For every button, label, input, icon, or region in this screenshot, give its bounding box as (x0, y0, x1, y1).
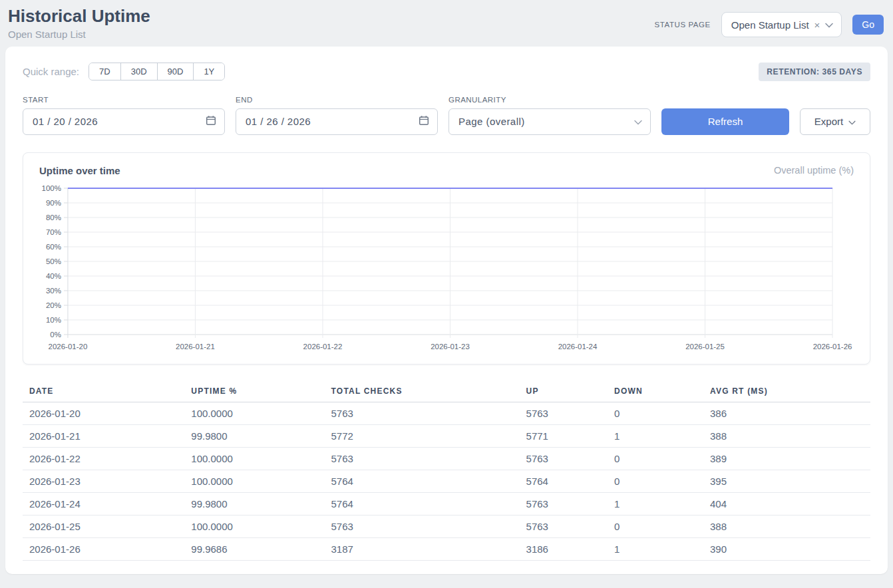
table-cell: 1 (608, 492, 703, 515)
table-row: 2026-01-20100.0000576357630386 (23, 402, 870, 424)
chart-gridlines (64, 188, 832, 338)
table-cell: 5763 (325, 402, 520, 424)
table-cell: 99.9800 (184, 492, 324, 515)
quick-range-7d-button[interactable]: 7D (89, 63, 120, 80)
end-date-label: END (236, 96, 438, 104)
uptime-chart-card: Uptime over time Overall uptime (%) 0%10… (23, 152, 870, 365)
chevron-down-icon (848, 116, 856, 127)
column-header-uptime-: UPTIME % (184, 380, 324, 402)
table-row: 2026-01-2199.9800577257711388 (23, 424, 870, 447)
title-block: Historical Uptime Open Startup List (8, 7, 150, 40)
start-date-value: 01 / 20 / 2026 (33, 116, 98, 127)
svg-text:2026-01-24: 2026-01-24 (558, 343, 598, 351)
table-cell: 99.9800 (184, 424, 324, 447)
quick-range-left: Quick range: 7D30D90D1Y (23, 63, 225, 80)
go-button[interactable]: Go (852, 15, 884, 35)
table-cell: 2026-01-23 (23, 470, 184, 492)
table-header-row: DATEUPTIME %TOTAL CHECKSUPDOWNAVG RT (MS… (23, 380, 870, 402)
svg-text:50%: 50% (46, 257, 61, 265)
table-cell: 5763 (325, 515, 520, 537)
svg-text:2026-01-21: 2026-01-21 (176, 343, 215, 351)
table-row: 2026-01-2499.9800576457631404 (23, 492, 870, 515)
table-cell: 5763 (520, 402, 608, 424)
svg-text:2026-01-25: 2026-01-25 (685, 343, 725, 351)
quick-range-30d-button[interactable]: 30D (120, 63, 157, 80)
table-cell: 5764 (520, 470, 608, 492)
quick-range-1y-button[interactable]: 1Y (193, 63, 224, 80)
page-subtitle: Open Startup List (8, 29, 150, 40)
status-page-select[interactable]: Open Startup List × (721, 12, 842, 37)
svg-text:2026-01-23: 2026-01-23 (431, 343, 470, 351)
table-cell: 100.0000 (184, 515, 324, 537)
table-cell: 2026-01-21 (23, 424, 184, 447)
table-cell: 390 (703, 537, 870, 560)
table-cell: 2026-01-25 (23, 515, 184, 537)
chart-axis-labels: 0%10%20%30%40%50%60%70%80%90%100%2026-01… (42, 184, 852, 351)
table-cell: 5763 (520, 447, 608, 470)
page-title: Historical Uptime (8, 7, 150, 27)
granularity-field: GRANULARITY Page (overall) (448, 96, 651, 135)
refresh-button[interactable]: Refresh (661, 108, 789, 135)
quick-range-row: Quick range: 7D30D90D1Y RETENTION: 365 D… (23, 63, 870, 81)
table-cell: 1 (608, 537, 703, 560)
chart-legend-label: Overall uptime (%) (774, 165, 854, 176)
svg-text:90%: 90% (46, 199, 61, 207)
table-cell: 3187 (325, 537, 520, 560)
svg-text:70%: 70% (46, 228, 61, 236)
uptime-table: DATEUPTIME %TOTAL CHECKSUPDOWNAVG RT (MS… (23, 380, 870, 561)
chevron-down-icon (634, 116, 642, 128)
table-cell: 100.0000 (184, 402, 324, 424)
uptime-chart: 0%10%20%30%40%50%60%70%80%90%100%2026-01… (37, 183, 856, 357)
granularity-select[interactable]: Page (overall) (448, 108, 651, 135)
svg-text:40%: 40% (46, 272, 61, 280)
table-cell: 389 (703, 447, 870, 470)
export-button-label: Export (814, 116, 843, 127)
end-date-value: 01 / 26 / 2026 (246, 116, 311, 127)
start-date-field: START 01 / 20 / 2026 (23, 96, 225, 135)
export-button[interactable]: Export (800, 108, 870, 135)
table-cell: 2026-01-20 (23, 402, 184, 424)
start-date-label: START (23, 96, 225, 104)
svg-text:60%: 60% (46, 243, 61, 251)
svg-text:2026-01-22: 2026-01-22 (303, 343, 343, 351)
table-cell: 3186 (520, 537, 608, 560)
table-cell: 388 (703, 515, 870, 537)
svg-text:100%: 100% (42, 184, 61, 192)
table-cell: 1 (608, 424, 703, 447)
column-header-total-checks: TOTAL CHECKS (325, 380, 520, 402)
calendar-icon[interactable] (419, 115, 429, 128)
page-header: Historical Uptime Open Startup List STAT… (0, 0, 893, 47)
clear-selection-icon[interactable]: × (814, 20, 820, 30)
column-header-date: DATE (23, 380, 184, 402)
quick-range-90d-button[interactable]: 90D (157, 63, 194, 80)
table-row: 2026-01-25100.0000576357630388 (23, 515, 870, 537)
status-page-selected-value: Open Startup List (731, 19, 809, 31)
table-body: 2026-01-20100.00005763576303862026-01-21… (23, 402, 870, 560)
svg-text:80%: 80% (46, 214, 61, 221)
svg-text:20%: 20% (46, 301, 61, 309)
chart-title: Uptime over time (39, 165, 120, 176)
table-cell: 5763 (325, 447, 520, 470)
granularity-label: GRANULARITY (448, 96, 651, 104)
table-row: 2026-01-2699.9686318731861390 (23, 537, 870, 560)
table-cell: 388 (703, 424, 870, 447)
header-controls: STATUS PAGE Open Startup List × Go (655, 12, 884, 37)
table-cell: 386 (703, 402, 870, 424)
column-header-avg-rt-ms-: AVG RT (MS) (703, 380, 870, 402)
status-page-label: STATUS PAGE (655, 21, 711, 29)
chart-header: Uptime over time Overall uptime (%) (37, 164, 856, 183)
table-cell: 5763 (520, 492, 608, 515)
column-header-down: DOWN (608, 380, 703, 402)
svg-text:2026-01-20: 2026-01-20 (49, 343, 88, 351)
table-cell: 0 (608, 515, 703, 537)
retention-badge: RETENTION: 365 DAYS (759, 63, 870, 81)
start-date-input[interactable]: 01 / 20 / 2026 (23, 108, 225, 135)
table-cell: 5772 (325, 424, 520, 447)
end-date-input[interactable]: 01 / 26 / 2026 (236, 108, 438, 135)
table-cell: 5764 (325, 492, 520, 515)
table-cell: 0 (608, 447, 703, 470)
quick-range-label: Quick range: (23, 66, 79, 77)
table-cell: 404 (703, 492, 870, 515)
calendar-icon[interactable] (206, 115, 216, 128)
main-card: Quick range: 7D30D90D1Y RETENTION: 365 D… (5, 47, 888, 574)
